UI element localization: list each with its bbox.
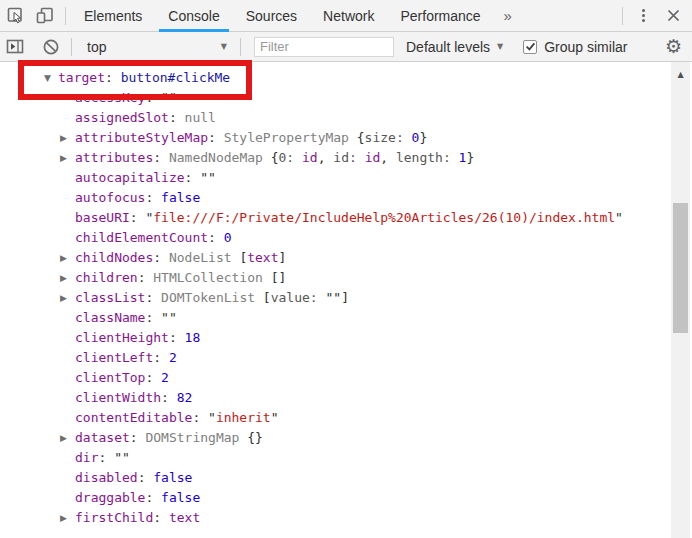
token-node: id bbox=[365, 150, 381, 165]
console-object-root-row[interactable]: ▼target: button#clickMe bbox=[0, 68, 692, 88]
token-key: size: bbox=[365, 130, 412, 145]
token-punct: [] bbox=[271, 270, 287, 285]
clear-console-icon bbox=[42, 38, 60, 56]
gear-icon: ⚙ bbox=[665, 35, 682, 57]
expand-arrow-icon[interactable]: ▶ bbox=[60, 268, 67, 288]
context-value: top bbox=[87, 39, 106, 55]
token-name: accessKey bbox=[75, 90, 145, 105]
expand-arrow-icon[interactable]: ▶ bbox=[60, 288, 67, 308]
token-number: 0 bbox=[224, 230, 232, 245]
console-property-row: clientLeft: 2 bbox=[0, 348, 692, 368]
tab-label: Console bbox=[168, 8, 219, 24]
token-name: childNodes bbox=[75, 250, 153, 265]
tab-console[interactable]: Console bbox=[155, 0, 232, 32]
console-property-row: clientWidth: 82 bbox=[0, 388, 692, 408]
token-punct: { bbox=[357, 130, 365, 145]
console-property-row[interactable]: ▶classList: DOMTokenList [value: ""] bbox=[0, 288, 692, 308]
token-number: 2 bbox=[161, 370, 169, 385]
token-name: className bbox=[75, 310, 145, 325]
scrollbar-up-arrow[interactable]: ▲ bbox=[671, 66, 690, 82]
group-similar-label: Group similar bbox=[544, 39, 627, 55]
clear-console-button[interactable] bbox=[36, 32, 66, 62]
console-property-row: clientHeight: 18 bbox=[0, 328, 692, 348]
token-punct: : bbox=[138, 470, 154, 485]
vertical-scrollbar[interactable]: ▲ bbox=[671, 62, 690, 538]
token-name: firstChild bbox=[75, 510, 153, 525]
javascript-context-select[interactable]: top ▼ bbox=[77, 32, 235, 61]
token-punct: "" bbox=[325, 290, 341, 305]
token-name: target bbox=[58, 70, 105, 85]
expand-arrow-icon[interactable]: ▶ bbox=[60, 428, 67, 448]
token-name: classList bbox=[75, 290, 145, 305]
console-property-row[interactable]: ▶attributes: NamedNodeMap {0: id, id: id… bbox=[0, 148, 692, 168]
token-punct: "" bbox=[114, 450, 130, 465]
toolbar-divider bbox=[622, 7, 623, 25]
tab-network[interactable]: Network bbox=[310, 0, 387, 32]
console-property-row[interactable]: ▶firstChild: text bbox=[0, 508, 692, 528]
token-bool: false bbox=[153, 470, 192, 485]
tab-performance[interactable]: Performance bbox=[387, 0, 493, 32]
token-name: children bbox=[75, 270, 138, 285]
tab-elements[interactable]: Elements bbox=[71, 0, 155, 32]
filter-input[interactable] bbox=[254, 37, 394, 57]
scrollbar-thumb[interactable] bbox=[673, 203, 688, 333]
token-punct: : bbox=[185, 170, 201, 185]
token-number: 82 bbox=[177, 390, 193, 405]
console-property-row: autofocus: false bbox=[0, 188, 692, 208]
token-punct: , bbox=[380, 150, 396, 165]
token-name: attributes bbox=[75, 150, 153, 165]
console-property-row[interactable]: ▶children: HTMLCollection [] bbox=[0, 268, 692, 288]
console-property-row: autocapitalize: "" bbox=[0, 168, 692, 188]
token-null: null bbox=[185, 110, 216, 125]
token-punct: "" bbox=[161, 310, 177, 325]
token-class: HTMLCollection bbox=[153, 270, 270, 285]
expand-arrow-icon[interactable]: ▶ bbox=[60, 248, 67, 268]
console-settings-button[interactable]: ⚙ bbox=[665, 37, 682, 56]
token-name: disabled bbox=[75, 470, 138, 485]
expand-arrow-icon[interactable]: ▶ bbox=[60, 128, 67, 148]
token-punct: : bbox=[105, 70, 121, 85]
token-node: text bbox=[247, 250, 278, 265]
inspect-element-button[interactable] bbox=[0, 1, 30, 31]
console-property-row[interactable]: ▶childNodes: NodeList [text] bbox=[0, 248, 692, 268]
log-levels-dropdown[interactable]: Default levels ▼ bbox=[406, 39, 503, 55]
token-punct: ] bbox=[341, 290, 349, 305]
more-tabs-button[interactable]: » bbox=[494, 7, 522, 24]
token-key: length: bbox=[396, 150, 459, 165]
toolbar-divider bbox=[240, 38, 241, 56]
token-punct: : bbox=[161, 390, 177, 405]
token-name: baseURI bbox=[75, 210, 130, 225]
expand-arrow-icon[interactable]: ▶ bbox=[60, 148, 67, 168]
token-punct: : bbox=[145, 490, 161, 505]
console-sidebar-toggle-button[interactable] bbox=[0, 32, 30, 62]
token-punct: { bbox=[271, 150, 279, 165]
close-devtools-button[interactable] bbox=[658, 1, 688, 31]
token-key: id: bbox=[333, 150, 364, 165]
token-key: value: bbox=[271, 290, 326, 305]
tab-sources[interactable]: Sources bbox=[233, 0, 310, 32]
token-punct: } bbox=[419, 130, 427, 145]
token-punct: : bbox=[153, 250, 169, 265]
console-property-row: dir: "" bbox=[0, 448, 692, 468]
token-name: clientWidth bbox=[75, 390, 161, 405]
token-string: file:///F:/Private/IncludeHelp%20Article… bbox=[153, 210, 615, 225]
token-number: 2 bbox=[169, 350, 177, 365]
token-punct: " bbox=[271, 410, 279, 425]
kebab-menu-icon bbox=[642, 9, 645, 22]
group-similar-checkbox[interactable] bbox=[523, 40, 537, 54]
expand-arrow-icon[interactable]: ▶ bbox=[60, 508, 67, 528]
token-number: 18 bbox=[185, 330, 201, 345]
console-property-row: contentEditable: "inherit" bbox=[0, 408, 692, 428]
token-punct: " bbox=[208, 410, 216, 425]
token-name: clientHeight bbox=[75, 330, 169, 345]
devtools-menu-button[interactable] bbox=[628, 1, 658, 31]
console-property-row[interactable]: ▶dataset: DOMStringMap {} bbox=[0, 428, 692, 448]
token-class: NamedNodeMap bbox=[169, 150, 271, 165]
console-property-row: baseURI: "file:///F:/Private/IncludeHelp… bbox=[0, 208, 692, 228]
device-toolbar-toggle-button[interactable] bbox=[30, 1, 60, 31]
console-property-row[interactable]: ▶attributeStyleMap: StylePropertyMap {si… bbox=[0, 128, 692, 148]
chevron-down-icon: ▼ bbox=[221, 42, 227, 51]
token-punct: : bbox=[138, 270, 154, 285]
token-node: id bbox=[302, 150, 318, 165]
collapse-arrow-icon[interactable]: ▼ bbox=[44, 68, 51, 88]
